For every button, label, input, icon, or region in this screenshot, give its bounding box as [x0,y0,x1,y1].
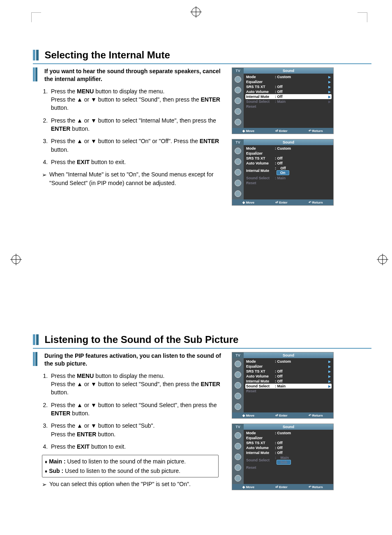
note-icon: ➢ [42,480,47,489]
section-intro: If you want to hear the sound through se… [44,67,221,83]
heading-accent-icon [33,334,35,345]
section-title: Listening to the Sound of the Sub Pictur… [44,334,238,345]
step-list: Press the MENU button to display the men… [49,87,222,166]
section-internal-mute: Selecting the Internal Mute If you want … [33,49,371,211]
section-sound-sub-picture: Listening to the Sound of the Sub Pictur… [33,334,371,495]
list-item: Press the MENU button to display the men… [49,87,222,112]
note-icon: ➢ [42,171,47,188]
osd-screenshot: TVSoundMode: CustomEqualizerSRS TS XT: O… [232,139,334,206]
section-title: Selecting the Internal Mute [44,49,170,61]
crop-mark [357,12,367,22]
list-item: Press the MENU button to display the men… [49,372,222,397]
list-item: Press the EXIT button to exit. [49,442,222,451]
registration-mark-icon [191,7,201,16]
osd-screenshot: TVSoundMode: Custom▶Equalizer▶SRS TS XT:… [232,352,334,419]
list-item: Press the ▲ or ▼ button to select "Sub".… [49,422,222,438]
registration-mark-icon [12,255,21,264]
note-text: You can select this option when the "PIP… [49,480,191,489]
list-item: Press the ▲ or ▼ button to select "On" o… [49,137,222,154]
registration-mark-icon [378,255,387,264]
osd-screenshot: TVSoundMode: Custom▶Equalizer▶SRS TS XT:… [232,67,334,134]
osd-screenshot: TVSoundMode: CustomEqualizerSRS TS XT: O… [232,424,334,490]
list-item: Press the EXIT button to exit. [49,158,222,166]
heading-accent-icon [36,50,39,60]
step-list: Press the MENU button to display the men… [49,372,222,451]
list-item: Press the ▲ or ▼ button to select "Inter… [49,116,222,133]
note-text: When "Internal Mute" is set to "On", the… [49,170,222,188]
heading-accent-icon [33,50,35,60]
crop-mark [31,12,41,22]
heading-accent-icon [36,334,39,345]
section-intro: During the PIP features activation, you … [44,352,221,368]
definition-box: ♦Main : Used to listen to the sound of t… [42,455,219,477]
list-item: Press the ▲ or ▼ button to select "Sound… [49,401,222,418]
